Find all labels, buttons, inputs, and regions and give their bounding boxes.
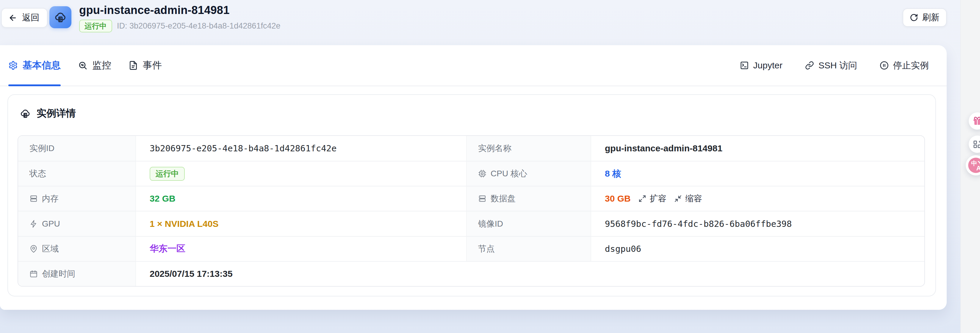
detail-table: 实例ID 3b206975-e205-4e18-b4a8-1d42861fc42… — [18, 135, 925, 287]
field-label-cpu: CPU 核心 — [466, 161, 591, 186]
field-label-instance-id: 实例ID — [18, 136, 136, 161]
map-pin-icon — [29, 245, 38, 253]
instance-id-text: ID: 3b206975-e205-4e18-b4a8-1d42861fc42e — [117, 21, 280, 31]
zap-icon — [29, 220, 38, 228]
field-value-memory: 32 GB — [136, 186, 466, 211]
field-value-instance-id: 3b206975-e205-4e18-b4a8-1d42861fc42e — [136, 136, 466, 161]
cpu-chip-icon — [478, 170, 487, 178]
status-badge: 运行中 — [79, 20, 112, 32]
refresh-label: 刷新 — [922, 12, 940, 24]
field-value-instance-name: gpu-instance-admin-814981 — [591, 136, 924, 161]
field-value-cpu: 8 核 — [591, 161, 924, 186]
calendar-icon — [29, 270, 38, 278]
translate-floating-button[interactable]: 中 A — [966, 155, 980, 175]
title-block: gpu-instance-admin-814981 运行中 ID: 3b2069… — [79, 4, 280, 32]
refresh-button[interactable]: 刷新 — [903, 8, 947, 27]
field-value-image-id: 9568f9bc-fd76-4fdc-b826-6ba06ffbe398 — [591, 211, 924, 236]
action-label: 停止实例 — [893, 59, 929, 71]
ssh-access-button[interactable]: SSH 访问 — [805, 59, 857, 71]
field-value-data-disk: 30 GB 扩容 缩容 — [591, 186, 924, 211]
cloud-server-icon — [20, 108, 31, 119]
gear-icon — [8, 61, 18, 70]
field-value-status: 运行中 — [136, 161, 466, 186]
field-value-created: 2025/07/15 17:13:35 — [136, 261, 924, 286]
svg-text:A: A — [976, 165, 980, 172]
link-icon — [805, 61, 814, 70]
cloud-server-icon — [54, 11, 67, 24]
tab-events[interactable]: 事件 — [129, 45, 162, 86]
field-label-memory: 内存 — [18, 186, 136, 211]
instance-avatar — [49, 6, 72, 28]
shrink-disk-button[interactable]: 缩容 — [674, 193, 702, 204]
pause-circle-icon — [880, 61, 889, 70]
terminal-icon — [740, 61, 749, 70]
instance-detail-card: 实例详情 实例ID 3b206975-e205-4e18-b4a8-1d4286… — [8, 94, 936, 297]
memory-icon — [29, 195, 38, 203]
apps-sparkle-icon — [972, 140, 980, 149]
tab-basic-info[interactable]: 基本信息 — [8, 45, 61, 86]
tab-label: 监控 — [92, 59, 111, 72]
card-title: 实例详情 — [37, 107, 76, 120]
tab-monitoring[interactable]: 监控 — [78, 45, 111, 86]
action-label: SSH 访问 — [818, 59, 857, 71]
tab-label: 事件 — [143, 59, 162, 72]
monitor-search-icon — [78, 61, 88, 70]
page-header: 返回 gpu-instance-admin-814981 运行中 ID: 3b2… — [0, 0, 980, 45]
field-label-data-disk: 数据盘 — [466, 186, 591, 211]
action-label: Jupyter — [753, 60, 783, 70]
field-value-region: 华东一区 — [136, 236, 466, 261]
translate-icon: 中 A — [967, 157, 980, 174]
expand-disk-button[interactable]: 扩容 — [638, 193, 667, 204]
field-label-gpu: GPU — [18, 211, 136, 236]
tab-label: 基本信息 — [22, 59, 61, 72]
field-value-node: dsgpu06 — [591, 236, 924, 261]
status-badge: 运行中 — [150, 167, 185, 181]
field-label-node: 节点 — [466, 236, 591, 261]
disk-icon — [478, 195, 487, 203]
document-icon — [129, 61, 138, 70]
main-panel: 基本信息 监控 事件 — [0, 45, 947, 310]
tab-bar: 基本信息 监控 事件 — [0, 45, 947, 86]
shrink-icon — [674, 195, 682, 203]
field-label-instance-name: 实例名称 — [466, 136, 591, 161]
arrow-left-icon — [8, 13, 17, 22]
field-label-image-id: 镜像ID — [466, 211, 591, 236]
disk-size-value: 30 GB — [605, 193, 631, 204]
jupyter-button[interactable]: Jupyter — [740, 60, 783, 70]
back-button[interactable]: 返回 — [1, 8, 48, 28]
field-value-gpu: 1 × NVIDIA L40S — [136, 211, 466, 236]
field-label-created: 创建时间 — [18, 261, 136, 286]
field-label-status: 状态 — [18, 161, 136, 186]
gift-icon — [972, 116, 980, 126]
expand-icon — [638, 195, 646, 203]
field-label-region: 区域 — [18, 236, 136, 261]
refresh-icon — [910, 13, 918, 22]
back-label: 返回 — [22, 12, 39, 24]
stop-instance-button[interactable]: 停止实例 — [880, 59, 929, 71]
page-title: gpu-instance-admin-814981 — [79, 4, 280, 17]
